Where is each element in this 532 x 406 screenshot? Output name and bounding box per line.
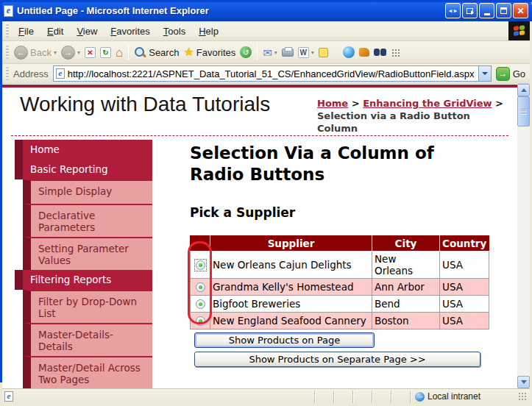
show-products-separate-page-button[interactable]: Show Products on Separate Page >> xyxy=(194,352,480,367)
word-dropdown-icon[interactable]: ▾ xyxy=(311,49,314,56)
addressbar-grip[interactable] xyxy=(6,67,9,80)
media-button[interactable] xyxy=(357,48,372,57)
breadcrumb-separator: > xyxy=(492,98,503,109)
go-arrow-icon: → xyxy=(496,67,510,81)
table-row: New England Seafood Cannery Boston USA xyxy=(191,313,489,330)
search-button[interactable]: Search xyxy=(132,46,181,59)
minimize-button[interactable] xyxy=(479,3,494,18)
pop-out-button[interactable] xyxy=(462,3,478,18)
back-button[interactable]: ← Back ▾ xyxy=(12,46,59,60)
menu-view[interactable]: View xyxy=(70,23,104,40)
sidebar-item-filter-dropdown[interactable]: Filter by Drop-Down List xyxy=(23,290,152,323)
menu-tools[interactable]: Tools xyxy=(157,23,192,40)
resize-grip[interactable] xyxy=(518,392,528,402)
forward-dropdown-icon[interactable]: ▾ xyxy=(77,49,80,56)
breadcrumb-home-link[interactable]: Home xyxy=(317,98,348,109)
toolbar-separator xyxy=(128,44,129,60)
scroll-up-button[interactable] xyxy=(517,84,530,96)
maximize-icon xyxy=(500,7,507,14)
country-cell: USA xyxy=(440,252,489,279)
security-zone-panel: Local intranet xyxy=(410,391,517,403)
radio-icon xyxy=(196,260,205,270)
row-radio-button[interactable] xyxy=(195,316,206,327)
status-cell xyxy=(372,391,391,403)
sidebar-nav: Home Basic Reporting Simple Display Decl… xyxy=(15,140,152,388)
home-icon: ⌂ xyxy=(116,46,123,59)
status-page-icon: e xyxy=(4,391,13,402)
table-row: Grandma Kelly's Homestead Ann Arbor USA xyxy=(191,279,489,296)
menu-file[interactable]: File xyxy=(12,23,40,40)
city-cell: New Orleans xyxy=(372,252,440,279)
city-cell: Bend xyxy=(372,296,440,313)
sidebar-item-master-detail-two-pages[interactable]: Master/Detail Across Two Pages xyxy=(23,356,152,388)
row-radio-button[interactable] xyxy=(195,260,206,271)
status-cell xyxy=(352,391,372,403)
close-button[interactable]: ✕ xyxy=(513,3,528,18)
sidebar-item-setting-parameter-values[interactable]: Setting Parameter Values xyxy=(23,237,152,270)
menu-help[interactable]: Help xyxy=(192,23,225,40)
minimize-icon xyxy=(484,13,490,15)
address-input[interactable]: e http://localhost:2221/ASPNET_Data_Tuto… xyxy=(53,65,492,82)
status-cell xyxy=(314,391,333,403)
scrollbar-thumb[interactable] xyxy=(517,96,530,127)
discuss-button[interactable] xyxy=(372,48,389,57)
vertical-scrollbar[interactable] xyxy=(517,84,530,388)
notes-button[interactable] xyxy=(316,48,330,57)
favorites-button[interactable]: ★ Favorites xyxy=(181,46,238,58)
dotted-grid-icon xyxy=(391,48,400,57)
search-label: Search xyxy=(149,47,179,58)
show-products-on-page-button[interactable]: Show Products on Page xyxy=(194,332,375,348)
table-header-row: Supplier City Country xyxy=(191,236,489,252)
refresh-button[interactable]: ↻ xyxy=(98,47,113,58)
maximize-button[interactable] xyxy=(496,3,511,18)
stop-button[interactable]: ✕ xyxy=(82,47,98,58)
sidebar-item-declarative-parameters[interactable]: Declarative Parameters xyxy=(23,204,152,237)
menu-edit[interactable]: Edit xyxy=(40,23,70,40)
edit-word-button[interactable]: W ▾ xyxy=(296,47,316,58)
supplier-cell: Bigfoot Breweries xyxy=(210,296,372,313)
nav-toggle-button[interactable]: ◄► xyxy=(445,3,461,18)
window-controls: ◄► ✕ xyxy=(445,3,528,18)
menubar-grip[interactable] xyxy=(6,24,9,38)
address-dropdown-button[interactable] xyxy=(478,66,491,81)
status-cell xyxy=(391,391,410,403)
toolbar-grip[interactable] xyxy=(6,46,9,59)
zone-label: Local intranet xyxy=(428,391,480,402)
page-title: Selection Via a Column of Radio Buttons xyxy=(190,143,478,185)
windows-logo-throbber xyxy=(508,21,530,40)
sidebar-item-home[interactable]: Home xyxy=(15,140,152,160)
sidebar-item-master-details-details[interactable]: Master-Details-Details xyxy=(23,323,152,356)
address-label: Address xyxy=(13,68,49,79)
forward-button[interactable]: → ▾ xyxy=(59,46,82,60)
history-button[interactable]: ↺ xyxy=(238,46,254,58)
main-content: Selection Via a Column of Radio Buttons … xyxy=(190,143,495,185)
supplier-cell: New England Seafood Cannery xyxy=(210,313,372,330)
sidebar-item-basic-reporting[interactable]: Basic Reporting xyxy=(15,160,152,179)
breadcrumb-section-link[interactable]: Enhancing the GridView xyxy=(363,98,492,109)
breadcrumb-current: Selection via a Radio Button Column xyxy=(317,110,470,134)
suppliers-gridview: Supplier City Country New Orleans Cajun … xyxy=(190,235,489,330)
sidebar-item-simple-display[interactable]: Simple Display xyxy=(23,179,152,204)
row-radio-button[interactable] xyxy=(195,282,206,293)
messenger-button[interactable] xyxy=(341,46,357,58)
go-button[interactable]: → Go xyxy=(496,67,525,81)
radio-icon xyxy=(196,316,205,326)
menu-favorites[interactable]: Favorites xyxy=(104,23,156,40)
mail-button[interactable]: ✉ ▾ xyxy=(260,47,280,58)
toolbar-separator xyxy=(257,44,258,60)
sidebar-item-filtering-reports[interactable]: Filtering Reports xyxy=(15,270,152,290)
row-radio-button[interactable] xyxy=(195,299,206,310)
favorites-star-icon: ★ xyxy=(183,46,194,58)
window-border-bottom xyxy=(0,0,532,2)
scroll-down-button[interactable] xyxy=(517,376,530,388)
back-dropdown-icon[interactable]: ▾ xyxy=(54,49,57,56)
mail-dropdown-icon[interactable]: ▾ xyxy=(274,49,277,56)
address-url[interactable]: http://localhost:2221/ASPNET_Data_Tutori… xyxy=(68,68,478,79)
home-button[interactable]: ⌂ xyxy=(113,46,125,59)
menu-bar: File Edit View Favorites Tools Help xyxy=(2,21,530,41)
print-button[interactable] xyxy=(280,49,296,57)
binoculars-icon xyxy=(374,48,386,57)
print-icon xyxy=(282,49,294,57)
print-preview-button[interactable] xyxy=(389,48,402,57)
table-row: Bigfoot Breweries Bend USA xyxy=(191,296,489,313)
